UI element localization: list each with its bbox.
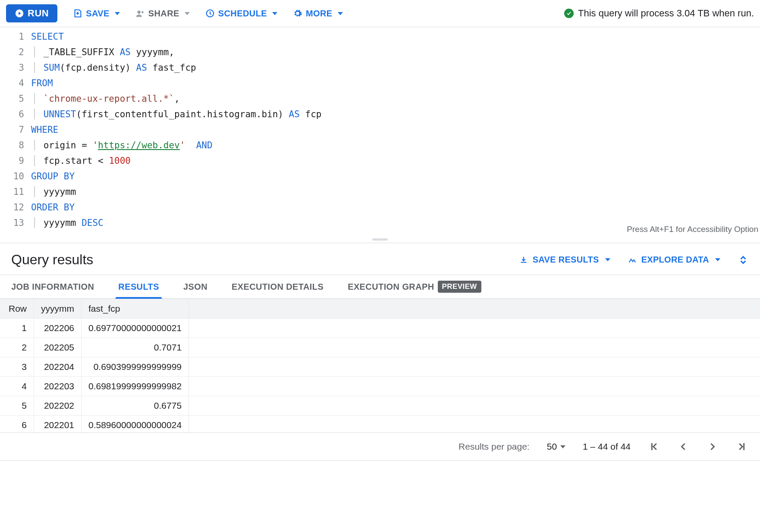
page-size-value: 50 [547, 441, 557, 452]
line-number: 6 [0, 106, 31, 122]
cell-empty [189, 357, 760, 377]
cell-empty [189, 396, 760, 416]
more-button[interactable]: MORE [293, 9, 343, 19]
cell-row: 4 [0, 377, 34, 396]
chevron-down-icon [115, 12, 120, 15]
code-text[interactable]: SELECT [31, 29, 64, 44]
cell-yyyymm: 202205 [34, 338, 82, 357]
table-row[interactable]: 12022060.69770000000000021 [0, 319, 760, 338]
code-text[interactable]: GROUP BY [31, 169, 75, 184]
tab-job-information[interactable]: JOB INFORMATION [11, 275, 94, 298]
first-page-button[interactable] [648, 441, 660, 453]
cell-row: 1 [0, 319, 34, 338]
table-header-row: Row yyyymm fast_fcp [0, 299, 760, 319]
editor-line[interactable]: 1SELECT [0, 29, 760, 44]
code-text[interactable]: FROM [31, 75, 53, 91]
code-text[interactable]: │ SUM(fcp.density) AS fast_fcp [31, 60, 196, 75]
table-row[interactable]: 22022050.7071 [0, 338, 760, 357]
share-label: SHARE [148, 9, 179, 19]
cell-yyyymm: 202204 [34, 357, 82, 377]
last-page-button[interactable] [736, 441, 748, 453]
explore-data-label: EXPLORE DATA [641, 255, 709, 265]
expand-icon[interactable] [738, 254, 749, 266]
drag-handle-icon [372, 238, 388, 241]
tab-results[interactable]: RESULTS [118, 275, 159, 298]
chevron-down-icon [272, 12, 277, 15]
editor-line[interactable]: 3│ SUM(fcp.density) AS fast_fcp [0, 60, 760, 75]
line-number: 10 [0, 169, 31, 184]
editor-line[interactable]: 7WHERE [0, 122, 760, 138]
save-results-label: SAVE RESULTS [533, 255, 599, 265]
tab-execution-graph[interactable]: EXECUTION GRAPH PREVIEW [348, 275, 481, 298]
code-text[interactable]: ORDER BY [31, 200, 75, 215]
resize-handle[interactable] [0, 236, 760, 243]
editor-line[interactable]: 5│ `chrome-ux-report.all.*`, [0, 91, 760, 106]
run-button[interactable]: RUN [6, 4, 57, 22]
page-size-select[interactable]: 50 [547, 441, 565, 452]
code-text[interactable]: │ _TABLE_SUFFIX AS yyyymm, [31, 44, 174, 60]
col-header-yyyymm[interactable]: yyyymm [34, 299, 82, 319]
line-number: 12 [0, 200, 31, 215]
schedule-button[interactable]: SCHEDULE [205, 9, 277, 19]
editor-line[interactable]: 10GROUP BY [0, 169, 760, 184]
cell-yyyymm: 202206 [34, 319, 82, 338]
line-number: 8 [0, 138, 31, 153]
toolbar: RUN SAVE SHARE SCHEDULE [0, 0, 760, 27]
line-number: 5 [0, 91, 31, 106]
editor-line[interactable]: 11│ yyyymm [0, 184, 760, 200]
cell-yyyymm: 202203 [34, 377, 82, 396]
check-circle-icon [564, 9, 574, 18]
save-button[interactable]: SAVE [73, 9, 120, 19]
chevron-down-icon [185, 12, 190, 15]
code-text[interactable]: WHERE [31, 122, 58, 138]
explore-data-button[interactable]: EXPLORE DATA [628, 255, 720, 265]
editor-line[interactable]: 4FROM [0, 75, 760, 91]
code-text[interactable]: │ fcp.start < 1000 [31, 153, 131, 169]
next-page-button[interactable] [707, 441, 719, 453]
code-text[interactable]: │ UNNEST(first_contentful_paint.histogra… [31, 106, 321, 122]
table-row[interactable]: 52022020.6775 [0, 396, 760, 416]
col-header-empty [189, 299, 760, 319]
line-number: 1 [0, 29, 31, 44]
more-label: MORE [306, 9, 333, 19]
table-row[interactable]: 62022010.58960000000000024 [0, 416, 760, 433]
cell-yyyymm: 202202 [34, 396, 82, 416]
code-text[interactable]: │ origin = 'https://web.dev' AND [31, 138, 213, 153]
code-text[interactable]: │ yyyymm DESC [31, 215, 104, 231]
sql-editor[interactable]: 1SELECT2│ _TABLE_SUFFIX AS yyyymm,3│ SUM… [0, 27, 760, 236]
cell-row: 2 [0, 338, 34, 357]
code-text[interactable]: │ `chrome-ux-report.all.*`, [31, 91, 180, 106]
editor-line[interactable]: 12ORDER BY [0, 200, 760, 215]
share-button[interactable]: SHARE [135, 9, 190, 19]
svg-point-1 [137, 11, 140, 14]
a11y-hint: Press Alt+F1 for Accessibility Option [627, 225, 758, 234]
line-number: 13 [0, 215, 31, 231]
code-text[interactable]: │ yyyymm [31, 184, 76, 200]
results-per-page-label: Results per page: [459, 441, 530, 452]
table-row[interactable]: 32022040.6903999999999999 [0, 357, 760, 377]
schedule-icon [205, 9, 215, 18]
download-icon [519, 255, 528, 265]
col-header-fast-fcp[interactable]: fast_fcp [82, 299, 189, 319]
cell-yyyymm: 202201 [34, 416, 82, 433]
tab-execution-details[interactable]: EXECUTION DETAILS [232, 275, 323, 298]
editor-line[interactable]: 9│ fcp.start < 1000 [0, 153, 760, 169]
editor-line[interactable]: 2│ _TABLE_SUFFIX AS yyyymm, [0, 44, 760, 60]
cell-fast_fcp: 0.69819999999999982 [82, 377, 189, 396]
chevron-down-icon [338, 12, 343, 15]
cell-fast_fcp: 0.7071 [82, 338, 189, 357]
results-tabs: JOB INFORMATION RESULTS JSON EXECUTION D… [0, 275, 760, 299]
prev-page-button[interactable] [677, 441, 689, 453]
cell-empty [189, 319, 760, 338]
cell-empty [189, 377, 760, 396]
play-icon [15, 9, 24, 18]
tab-json[interactable]: JSON [183, 275, 207, 298]
save-results-button[interactable]: SAVE RESULTS [519, 255, 610, 265]
editor-line[interactable]: 6│ UNNEST(first_contentful_paint.histogr… [0, 106, 760, 122]
col-header-row[interactable]: Row [0, 299, 34, 319]
line-number: 11 [0, 184, 31, 200]
table-row[interactable]: 42022030.69819999999999982 [0, 377, 760, 396]
share-icon [135, 9, 145, 18]
editor-line[interactable]: 8│ origin = 'https://web.dev' AND [0, 138, 760, 153]
query-status: This query will process 3.04 TB when run… [564, 8, 754, 19]
